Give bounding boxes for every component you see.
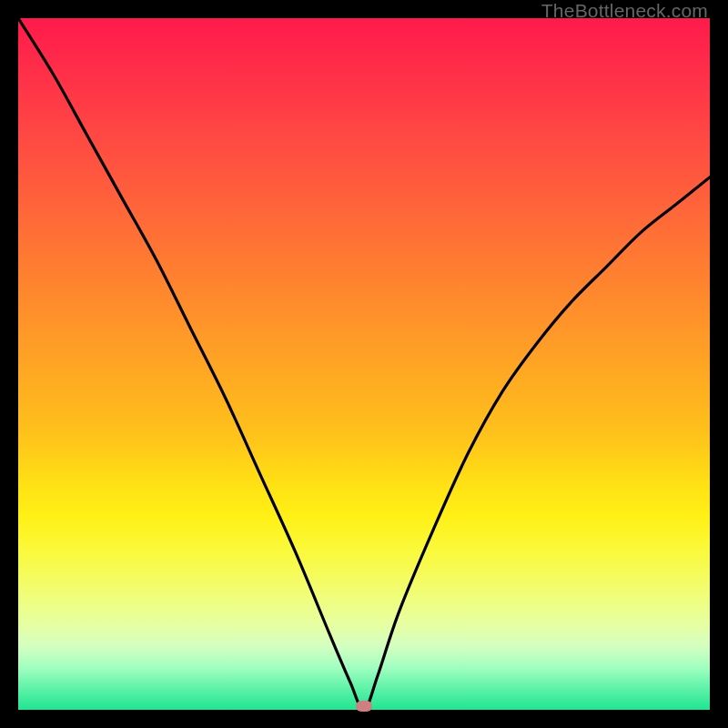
optimum-marker <box>356 701 372 712</box>
chart-frame: TheBottleneck.com <box>0 0 728 728</box>
curve-path <box>18 18 710 710</box>
bottleneck-curve <box>18 18 710 710</box>
plot-area <box>18 18 710 710</box>
